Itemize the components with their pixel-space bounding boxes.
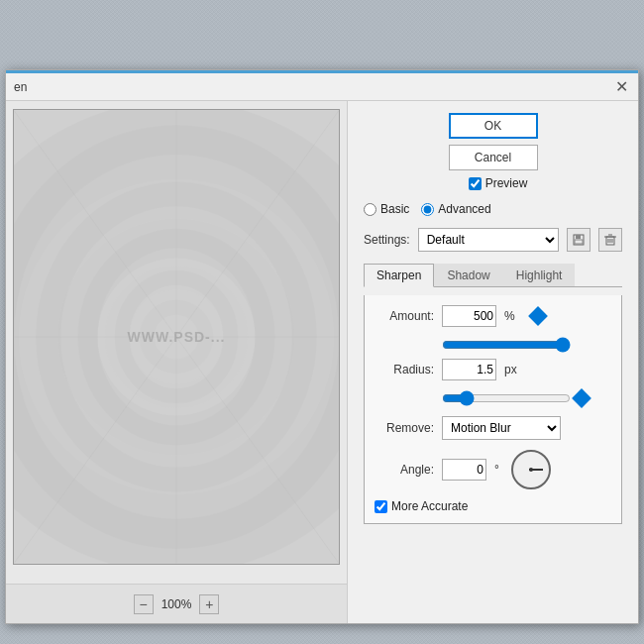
amount-unit: % bbox=[504, 309, 515, 323]
advanced-label: Advanced bbox=[438, 202, 490, 216]
tab-content-sharpen: Amount: 500 % Radius: px bbox=[364, 295, 622, 524]
remove-label: Remove: bbox=[375, 421, 434, 435]
action-buttons: OK Cancel Preview bbox=[364, 113, 622, 190]
preview-controls: − 100% + bbox=[6, 584, 347, 623]
zoom-out-button[interactable]: − bbox=[134, 594, 154, 614]
tab-bar: Sharpen Shadow Highlight bbox=[364, 264, 622, 287]
dialog-window: en ✕ bbox=[5, 69, 639, 624]
tab-sharpen[interactable]: Sharpen bbox=[364, 264, 434, 287]
title-bar: en ✕ bbox=[6, 73, 638, 101]
amount-row: Amount: 500 % bbox=[375, 305, 611, 327]
angle-label: Angle: bbox=[375, 463, 434, 477]
basic-option: Basic bbox=[364, 202, 409, 216]
settings-row: Settings: Default bbox=[364, 228, 622, 252]
radius-unit: px bbox=[504, 363, 517, 376]
cancel-button[interactable]: Cancel bbox=[449, 145, 538, 170]
tabs-container: Sharpen Shadow Highlight Amount: 500 % bbox=[364, 264, 622, 524]
close-button[interactable]: ✕ bbox=[613, 79, 630, 95]
radius-slider-handle bbox=[572, 388, 591, 408]
angle-degree: ° bbox=[494, 463, 499, 477]
radius-label: Radius: bbox=[375, 363, 434, 376]
dialog-content: WWW.PSD-... − 100% + OK Cancel Preview bbox=[6, 101, 638, 623]
amount-label: Amount: bbox=[375, 309, 434, 323]
angle-dial[interactable] bbox=[511, 450, 551, 489]
tab-highlight[interactable]: Highlight bbox=[503, 264, 576, 286]
ok-button[interactable]: OK bbox=[449, 113, 538, 139]
trash-icon bbox=[603, 233, 617, 247]
advanced-option: Advanced bbox=[421, 202, 490, 216]
amount-slider-handle bbox=[528, 306, 548, 326]
radius-row: Radius: px bbox=[375, 359, 611, 380]
angle-row: Angle: ° bbox=[375, 450, 611, 489]
angle-input[interactable] bbox=[442, 459, 486, 481]
settings-select[interactable]: Default bbox=[418, 228, 559, 252]
preview-canvas: WWW.PSD-... bbox=[13, 109, 340, 565]
svg-rect-16 bbox=[575, 240, 583, 244]
preview-label: Preview bbox=[485, 176, 528, 190]
more-accurate-checkbox[interactable] bbox=[375, 500, 387, 513]
amount-slider[interactable] bbox=[442, 337, 571, 353]
amount-input[interactable]: 500 bbox=[442, 305, 496, 327]
dial-line bbox=[529, 469, 543, 471]
amount-slider-row bbox=[375, 337, 611, 353]
preview-checkbox[interactable] bbox=[469, 177, 482, 190]
tab-shadow[interactable]: Shadow bbox=[434, 264, 502, 286]
advanced-radio[interactable] bbox=[421, 203, 434, 216]
zoom-in-button[interactable]: + bbox=[199, 594, 219, 614]
basic-radio[interactable] bbox=[364, 203, 376, 216]
settings-label: Settings: bbox=[364, 233, 410, 247]
watermark-text: WWW.PSD-... bbox=[128, 329, 226, 345]
right-panel: OK Cancel Preview Basic Advanced bbox=[348, 101, 638, 623]
save-icon bbox=[572, 233, 586, 247]
remove-select[interactable]: Gaussian Blur Lens Blur Motion Blur bbox=[442, 416, 561, 440]
delete-settings-button[interactable] bbox=[598, 228, 622, 252]
radius-slider[interactable] bbox=[442, 390, 571, 406]
svg-rect-15 bbox=[576, 235, 581, 239]
more-accurate-row: More Accurate bbox=[375, 499, 611, 513]
radius-input[interactable] bbox=[442, 359, 496, 380]
radius-slider-row bbox=[375, 390, 611, 406]
preview-checkbox-row: Preview bbox=[469, 176, 528, 190]
remove-row: Remove: Gaussian Blur Lens Blur Motion B… bbox=[375, 416, 611, 440]
mode-radio-row: Basic Advanced bbox=[364, 202, 622, 216]
preview-panel: WWW.PSD-... − 100% + bbox=[6, 101, 348, 623]
dialog-title: en bbox=[14, 80, 27, 94]
more-accurate-label: More Accurate bbox=[391, 499, 468, 513]
save-settings-button[interactable] bbox=[567, 228, 590, 252]
basic-label: Basic bbox=[380, 202, 409, 216]
zoom-level-text: 100% bbox=[161, 597, 192, 611]
